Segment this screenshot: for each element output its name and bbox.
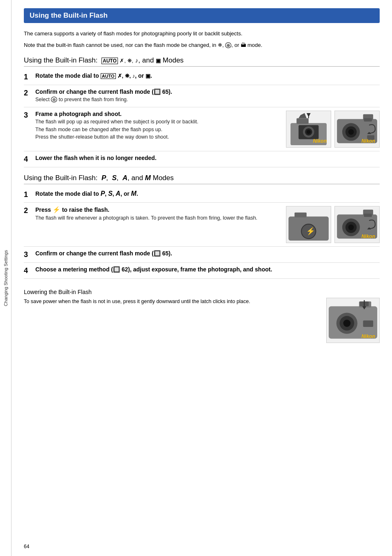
page-title: Using the Built-in Flash <box>24 8 380 23</box>
svg-point-13 <box>348 129 354 135</box>
flash-popup-image: Nikon <box>286 111 331 148</box>
s2-step2-content: Press ⚡ to raise the flash. The flash wi… <box>35 206 282 222</box>
lowering-content: To save power when the flash is not in u… <box>24 298 380 343</box>
section2-step4: 4 Choose a metering method (🔲 62), adjus… <box>24 263 380 279</box>
camera-side-image2: Nikon <box>334 206 380 243</box>
step4-content: Lower the flash when it is no longer nee… <box>35 155 380 162</box>
step2-title: Confirm or change the current flash mode… <box>35 88 380 95</box>
step3-title: Frame a photograph and shoot. <box>35 111 282 117</box>
s2-step4-content: Choose a metering method (🔲 62), adjust … <box>35 266 380 273</box>
camera-side-image1: Nikon <box>334 111 380 148</box>
sidebar-label: Changing Shooting Settings <box>3 250 8 306</box>
section2-steps: 1 Rotate the mode dial to P, S, A, or M.… <box>24 187 380 279</box>
section1-heading: Using the Built-in Flash: AUTO ✗, ❋, ♪, … <box>24 56 380 67</box>
step2-content: Confirm or change the current flash mode… <box>35 88 380 104</box>
s2-step2-title: Press ⚡ to raise the flash. <box>35 206 282 213</box>
step1-title: Rotate the mode dial to AUTO ✗, ❋, ♪, or… <box>35 72 380 79</box>
flash-button-image: ⚡ <box>286 206 331 243</box>
and-text2: and <box>131 174 145 182</box>
step-number-1: 1 <box>24 72 35 81</box>
svg-rect-14 <box>364 118 372 121</box>
svg-text:⚡: ⚡ <box>306 227 315 236</box>
step3-desc: The flash will pop up as required when t… <box>35 118 282 141</box>
s2-step-number-4: 4 <box>24 266 35 275</box>
s2-step1-content: Rotate the mode dial to P, S, A, or M. <box>35 190 380 198</box>
main-content: Using the Built-in Flash The camera supp… <box>12 0 392 556</box>
intro-paragraph2: Note that the built-in flash cannot be u… <box>24 41 380 49</box>
section2-step2: 2 Press ⚡ to raise the flash. The flash … <box>24 203 380 247</box>
lowering-flash-image: Nikon <box>326 298 380 343</box>
step-number-3: 3 <box>24 111 35 120</box>
lowering-heading: Lowering the Built-in Flash <box>24 289 380 295</box>
step1-content: Rotate the mode dial to AUTO ✗, ❋, ♪, or… <box>35 72 380 80</box>
svg-rect-18 <box>295 212 307 217</box>
step-number-2: 2 <box>24 88 35 97</box>
s2-step-number-1: 1 <box>24 190 35 199</box>
section1-step1: 1 Rotate the mode dial to AUTO ✗, ❋, ♪, … <box>24 69 380 85</box>
s2-step-number-3: 3 <box>24 250 35 259</box>
svg-rect-1 <box>297 118 309 124</box>
section2-step3: 3 Confirm or change the current flash mo… <box>24 247 380 263</box>
step2-desc: Select ⊕ to prevent the flash from firin… <box>35 96 380 104</box>
step-number-4: 4 <box>24 155 35 164</box>
s2-step1-title: Rotate the mode dial to P, S, A, or M. <box>35 190 380 197</box>
lowering-section: Lowering the Built-in Flash To save powe… <box>24 289 380 343</box>
section1-step2: 2 Confirm or change the current flash mo… <box>24 85 380 107</box>
step4-title: Lower the flash when it is no longer nee… <box>35 155 380 161</box>
section2-heading: Using the Built-in Flash: P, S, A, and M… <box>24 174 380 184</box>
step3-content: Frame a photograph and shoot. The flash … <box>35 111 282 141</box>
section2-step1: 1 Rotate the mode dial to P, S, A, or M. <box>24 187 380 203</box>
section1-step3: 3 Frame a photograph and shoot. The flas… <box>24 107 380 151</box>
svg-rect-36 <box>363 320 374 327</box>
intro-paragraph1: The camera supports a variety of flash m… <box>24 30 380 38</box>
s2-step2-images: ⚡ <box>286 206 380 243</box>
s2-step3-content: Confirm or change the current flash mode… <box>35 250 380 257</box>
svg-point-6 <box>307 130 311 134</box>
svg-point-32 <box>343 320 350 327</box>
section1-steps: 1 Rotate the mode dial to AUTO ✗, ❋, ♪, … <box>24 69 380 167</box>
and-text: and <box>142 56 156 64</box>
page-number: 64 <box>24 544 29 549</box>
section1-step4: 4 Lower the flash when it is no longer n… <box>24 151 380 167</box>
lowering-text-col: To save power when the flash is not in u… <box>24 298 320 306</box>
lowering-text: To save power when the flash is not in u… <box>24 298 320 306</box>
s2-step2-desc: The flash will fire whenever a photograp… <box>35 214 282 222</box>
s2-step-number-2: 2 <box>24 206 35 215</box>
svg-rect-26 <box>364 213 372 217</box>
svg-point-25 <box>348 225 354 230</box>
step3-images: Nikon <box>286 111 380 148</box>
svg-marker-2 <box>299 113 307 118</box>
sidebar: Changing Shooting Settings <box>0 0 12 556</box>
s2-step3-title: Confirm or change the current flash mode… <box>35 250 380 257</box>
or-text: or <box>124 190 129 197</box>
s2-step4-title: Choose a metering method (🔲 62), adjust … <box>35 266 380 273</box>
